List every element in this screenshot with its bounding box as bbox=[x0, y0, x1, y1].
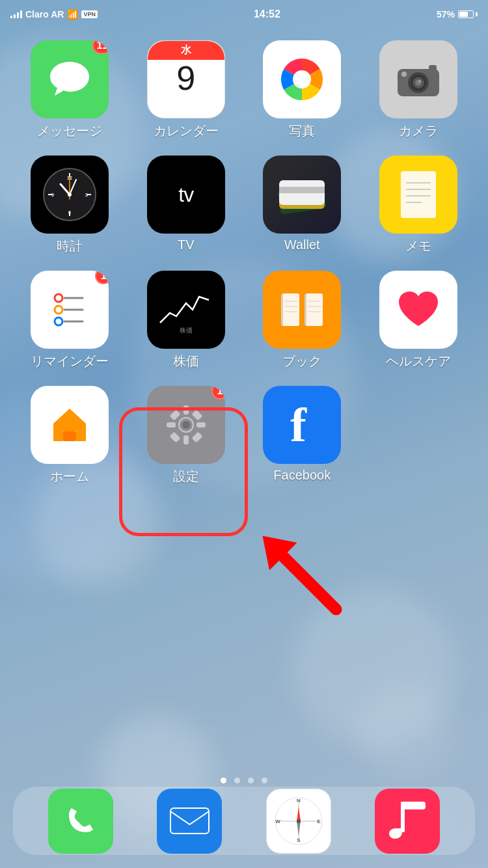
svg-point-34 bbox=[55, 306, 62, 314]
svg-rect-53 bbox=[167, 422, 176, 427]
svg-point-22 bbox=[68, 193, 72, 197]
svg-rect-54 bbox=[197, 422, 206, 427]
svg-rect-42 bbox=[305, 293, 306, 326]
svg-rect-77 bbox=[401, 802, 426, 809]
svg-rect-51 bbox=[183, 405, 189, 414]
svg-rect-26 bbox=[279, 187, 325, 193]
settings-label: 設定 bbox=[173, 468, 199, 485]
clock-display: 14:52 bbox=[254, 8, 280, 20]
svg-text:株価: 株価 bbox=[179, 327, 193, 334]
signal-bar-3 bbox=[17, 12, 19, 18]
svg-text:9: 9 bbox=[51, 193, 54, 197]
calendar-icon: 水 9 bbox=[147, 40, 225, 118]
app-camera[interactable]: カメラ bbox=[368, 40, 468, 140]
calendar-day: 9 bbox=[176, 60, 195, 97]
app-facebook[interactable]: f Facebook bbox=[252, 386, 353, 483]
app-row-1: 11 メッセージ 水 9 カレンダー bbox=[12, 35, 476, 145]
app-books[interactable]: ブック bbox=[252, 271, 353, 370]
app-settings[interactable]: 1 bbox=[135, 386, 236, 485]
status-bar: Claro AR 📶 VPN 14:52 57% bbox=[0, 0, 488, 29]
app-clock[interactable]: 12 3 6 9 時計 bbox=[20, 156, 120, 255]
stocks-icon-bg: 株価 bbox=[147, 271, 225, 349]
svg-rect-49 bbox=[63, 431, 76, 441]
svg-rect-57 bbox=[169, 432, 180, 443]
app-stocks[interactable]: 株価 株価 bbox=[135, 271, 236, 370]
memo-label: メモ bbox=[405, 237, 431, 255]
messages-label: メッセージ bbox=[37, 122, 102, 140]
svg-rect-41 bbox=[281, 293, 283, 326]
memo-icon-bg bbox=[379, 156, 457, 234]
camera-icon-bg bbox=[379, 40, 457, 118]
svg-point-0 bbox=[293, 70, 311, 88]
app-home[interactable]: ホーム bbox=[20, 386, 120, 485]
camera-label: カメラ bbox=[399, 122, 438, 140]
dot-4 bbox=[262, 778, 267, 783]
health-icon-bg bbox=[379, 271, 457, 349]
page-dots bbox=[0, 778, 488, 783]
dock-music[interactable] bbox=[375, 789, 440, 854]
svg-rect-64 bbox=[170, 808, 209, 834]
dot-3 bbox=[248, 778, 254, 783]
svg-point-7 bbox=[415, 79, 422, 86]
svg-rect-39 bbox=[281, 293, 299, 326]
svg-rect-58 bbox=[191, 432, 202, 443]
calendar-weekday: 水 bbox=[148, 41, 224, 60]
settings-icon-bg: 1 bbox=[147, 386, 225, 464]
app-calendar[interactable]: 水 9 カレンダー bbox=[135, 40, 236, 140]
vpn-badge: VPN bbox=[81, 10, 98, 18]
svg-rect-27 bbox=[401, 171, 436, 218]
clock-label: 時計 bbox=[57, 237, 83, 255]
appletv-label: TV bbox=[178, 237, 195, 252]
reminders-badge: 1 bbox=[95, 271, 109, 284]
mail-dock-icon bbox=[157, 789, 222, 854]
photos-icon bbox=[263, 40, 341, 118]
svg-rect-56 bbox=[191, 410, 202, 421]
facebook-label: Facebook bbox=[273, 468, 331, 483]
books-label: ブック bbox=[282, 353, 321, 370]
home-app-icon-bg bbox=[31, 386, 109, 464]
app-reminders[interactable]: 1 リマインダー bbox=[20, 271, 120, 370]
app-health[interactable]: ヘルスケア bbox=[368, 271, 468, 370]
app-memo[interactable]: メモ bbox=[368, 156, 468, 255]
svg-point-60 bbox=[182, 421, 190, 429]
dot-1 bbox=[221, 778, 226, 783]
svg-point-8 bbox=[418, 80, 421, 83]
appletv-icon-bg: tv bbox=[147, 156, 225, 234]
app-photos[interactable]: 写真 bbox=[252, 40, 353, 140]
status-right: 57% bbox=[437, 9, 478, 20]
svg-text:E: E bbox=[317, 819, 321, 824]
home-screen: 11 メッセージ 水 9 カレンダー bbox=[0, 29, 488, 790]
signal-bars bbox=[10, 10, 22, 18]
signal-bar-1 bbox=[10, 16, 12, 18]
home-label: ホーム bbox=[50, 468, 89, 485]
dock-phone[interactable] bbox=[48, 789, 113, 854]
battery-icon bbox=[458, 10, 478, 18]
svg-point-71 bbox=[297, 819, 301, 823]
svg-text:3: 3 bbox=[85, 193, 88, 197]
app-wallet[interactable]: Wallet bbox=[252, 156, 353, 252]
svg-point-36 bbox=[55, 318, 62, 325]
dock-mail[interactable] bbox=[157, 789, 222, 854]
svg-rect-40 bbox=[305, 293, 323, 326]
reminders-label: リマインダー bbox=[31, 353, 109, 370]
svg-rect-5 bbox=[429, 65, 437, 70]
dock: N S W E bbox=[13, 787, 475, 855]
health-label: ヘルスケア bbox=[386, 353, 451, 370]
status-left: Claro AR 📶 VPN bbox=[10, 9, 98, 20]
reminders-icon-bg: 1 bbox=[31, 271, 109, 349]
calendar-label: カレンダー bbox=[154, 122, 219, 140]
photos-label: 写真 bbox=[289, 122, 315, 140]
signal-bar-2 bbox=[14, 14, 16, 18]
signal-bar-4 bbox=[20, 10, 22, 18]
music-dock-icon bbox=[375, 789, 440, 854]
dot-2 bbox=[234, 778, 240, 783]
svg-point-6 bbox=[401, 72, 407, 77]
app-messages[interactable]: 11 メッセージ bbox=[20, 40, 120, 140]
phone-dock-icon bbox=[48, 789, 113, 854]
wallet-label: Wallet bbox=[284, 237, 320, 252]
app-appletv[interactable]: tv TV bbox=[135, 156, 236, 252]
messages-badge: 11 bbox=[92, 40, 109, 54]
clock-icon-bg: 12 3 6 9 bbox=[31, 156, 109, 234]
dock-safari[interactable]: N S W E bbox=[266, 789, 331, 854]
svg-text:W: W bbox=[275, 819, 280, 824]
